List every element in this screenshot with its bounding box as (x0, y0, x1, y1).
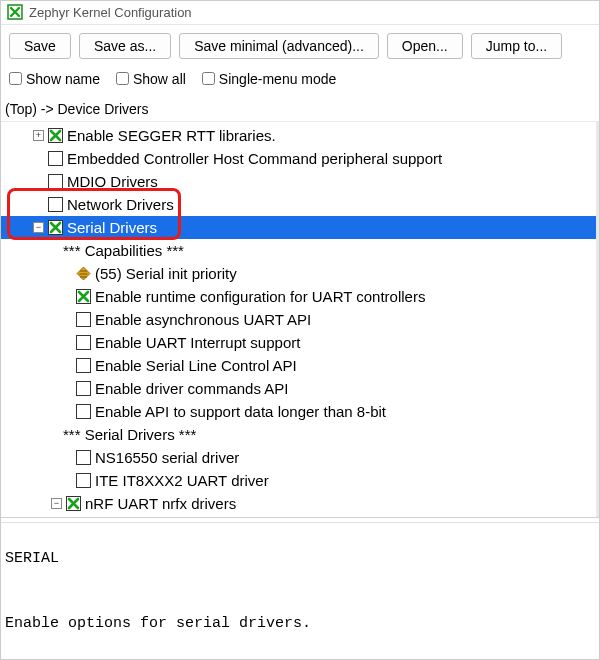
tree-row[interactable]: Enable API to support data longer than 8… (1, 400, 599, 423)
checkbox-empty-icon[interactable] (48, 174, 63, 189)
checkbox-checked-icon[interactable] (66, 496, 81, 511)
tree-row[interactable]: Efficient poll out on port 0 (1, 515, 599, 518)
info-help: Enable options for serial drivers. (5, 615, 595, 632)
indent (1, 273, 61, 274)
indent (1, 411, 61, 412)
collapse-icon[interactable]: − (33, 222, 44, 233)
tree-item-label: Enable SEGGER RTT libraries. (65, 124, 276, 147)
tree-item-label: Enable asynchronous UART API (93, 308, 311, 331)
tree-area: +Enable SEGGER RTT libraries.Embedded Co… (1, 122, 599, 518)
tree-item-label: ITE IT8XXX2 UART driver (93, 469, 269, 492)
expander-spacer (61, 291, 72, 302)
save-button[interactable]: Save (9, 33, 71, 59)
checkbox-checked-icon[interactable] (76, 289, 91, 304)
expander-spacer (33, 199, 44, 210)
checkbox-empty-icon[interactable] (76, 381, 91, 396)
scrollbar-vertical[interactable] (596, 122, 599, 517)
checkbox-checked-icon[interactable] (48, 220, 63, 235)
tree-item-label: (55) Serial init priority (93, 262, 237, 285)
checkbox-empty-icon[interactable] (76, 358, 91, 373)
single-menu-option[interactable]: Single-menu mode (202, 71, 337, 87)
tree-item-label: Serial Drivers (65, 216, 157, 239)
checkbox-empty-icon[interactable] (76, 473, 91, 488)
tree-item-label: NS16550 serial driver (93, 446, 239, 469)
tree-row[interactable]: Network Drivers (1, 193, 599, 216)
config-tree[interactable]: +Enable SEGGER RTT libraries.Embedded Co… (1, 122, 599, 518)
tree-separator-label: *** Serial Drivers *** (61, 423, 196, 446)
checkbox-empty-icon[interactable] (48, 151, 63, 166)
checkbox-empty-icon[interactable] (76, 312, 91, 327)
tree-row[interactable]: *** Capabilities *** (1, 239, 599, 262)
expander-spacer (61, 475, 72, 486)
options-row: Show name Show all Single-menu mode (1, 67, 599, 97)
save-as-button[interactable]: Save as... (79, 33, 171, 59)
checkbox-empty-icon[interactable] (76, 335, 91, 350)
indent (1, 342, 61, 343)
tree-item-label: nRF UART nrfx drivers (83, 492, 236, 515)
open-button[interactable]: Open... (387, 33, 463, 59)
tree-row[interactable]: +Enable SEGGER RTT libraries. (1, 124, 599, 147)
show-all-label: Show all (133, 71, 186, 87)
indent (1, 480, 61, 481)
indent (1, 135, 33, 136)
tree-row[interactable]: Enable runtime configuration for UART co… (1, 285, 599, 308)
single-menu-checkbox[interactable] (202, 72, 215, 85)
tree-item-label: Enable UART Interrupt support (93, 331, 300, 354)
tree-row[interactable]: −Serial Drivers (1, 216, 599, 239)
expander-spacer (61, 268, 72, 279)
tree-row[interactable]: −nRF UART nrfx drivers (1, 492, 599, 515)
show-name-option[interactable]: Show name (9, 71, 100, 87)
show-all-checkbox[interactable] (116, 72, 129, 85)
tree-item-label: Enable Serial Line Control API (93, 354, 297, 377)
svg-marker-1 (77, 267, 90, 280)
toolbar: Save Save as... Save minimal (advanced).… (1, 25, 599, 67)
tree-row[interactable]: (55) Serial init priority (1, 262, 599, 285)
tree-separator-label: *** Capabilities *** (61, 239, 184, 262)
show-name-checkbox[interactable] (9, 72, 22, 85)
expander-spacer (61, 314, 72, 325)
value-entry-icon[interactable] (76, 266, 91, 281)
indent (1, 181, 33, 182)
window-title: Zephyr Kernel Configuration (29, 5, 192, 20)
info-gap (5, 584, 595, 598)
expander-spacer (33, 176, 44, 187)
indent (1, 503, 51, 504)
expander-spacer (61, 383, 72, 394)
tree-row[interactable]: NS16550 serial driver (1, 446, 599, 469)
checkbox-checked-icon[interactable] (48, 128, 63, 143)
tree-item-label: Efficient poll out on port 0 (111, 515, 282, 518)
checkbox-empty-icon[interactable] (76, 404, 91, 419)
indent (1, 227, 33, 228)
indent (1, 365, 61, 366)
indent (1, 319, 61, 320)
tree-item-label: Enable API to support data longer than 8… (93, 400, 386, 423)
tree-item-label: Embedded Controller Host Command periphe… (65, 147, 442, 170)
show-name-label: Show name (26, 71, 100, 87)
tree-row[interactable]: *** Serial Drivers *** (1, 423, 599, 446)
breadcrumb[interactable]: (Top) -> Device Drivers (1, 97, 599, 122)
indent (1, 434, 61, 435)
tree-row[interactable]: ITE IT8XXX2 UART driver (1, 469, 599, 492)
show-all-option[interactable]: Show all (116, 71, 186, 87)
checkbox-empty-icon[interactable] (76, 450, 91, 465)
tree-row[interactable]: Enable UART Interrupt support (1, 331, 599, 354)
indent (1, 296, 61, 297)
expand-icon[interactable]: + (33, 130, 44, 141)
save-minimal-button[interactable]: Save minimal (advanced)... (179, 33, 379, 59)
indent (1, 388, 61, 389)
tree-item-label: Network Drivers (65, 193, 174, 216)
indent (1, 204, 33, 205)
tree-row[interactable]: Enable Serial Line Control API (1, 354, 599, 377)
expander-spacer (33, 153, 44, 164)
tree-row[interactable]: Embedded Controller Host Command periphe… (1, 147, 599, 170)
tree-row[interactable]: Enable driver commands API (1, 377, 599, 400)
collapse-icon[interactable]: − (51, 498, 62, 509)
single-menu-label: Single-menu mode (219, 71, 337, 87)
tree-row[interactable]: Enable asynchronous UART API (1, 308, 599, 331)
info-symbol: SERIAL (5, 550, 595, 567)
tree-item-label: Enable driver commands API (93, 377, 288, 400)
tree-item-label: MDIO Drivers (65, 170, 158, 193)
checkbox-empty-icon[interactable] (48, 197, 63, 212)
jump-to-button[interactable]: Jump to... (471, 33, 562, 59)
tree-row[interactable]: MDIO Drivers (1, 170, 599, 193)
